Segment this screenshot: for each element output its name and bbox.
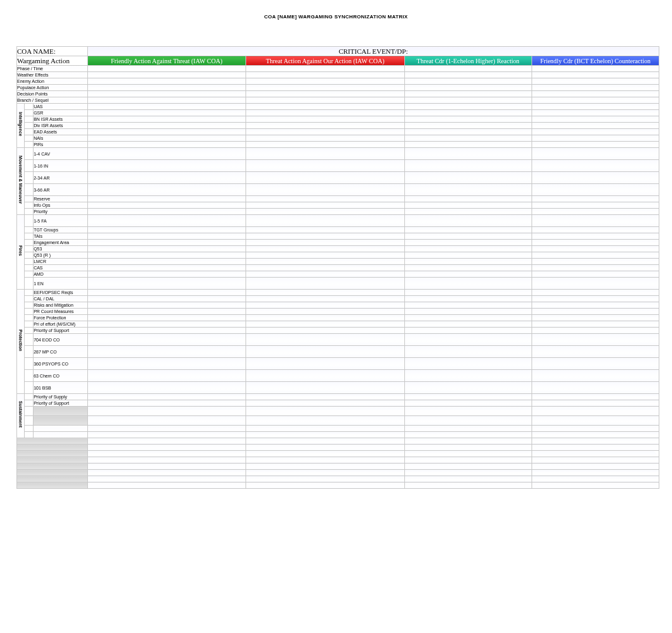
- row-label: Risks and Mitigation: [34, 302, 88, 309]
- data-cell: [246, 227, 404, 233]
- data-cell: [246, 394, 404, 400]
- data-cell: [532, 271, 659, 278]
- data-cell: [246, 271, 404, 278]
- blank: [25, 370, 34, 382]
- section-fires: Fires: [17, 215, 25, 290]
- page: COA [NAME] WARGAMING SYNCHRONIZATION MAT…: [0, 0, 672, 633]
- data-cell: [87, 97, 246, 104]
- data-cell: [246, 172, 404, 184]
- row-label: TGT Groups: [34, 227, 88, 233]
- data-cell: [246, 476, 404, 482]
- data-cell: [87, 142, 246, 148]
- row-label: [17, 438, 88, 445]
- data-cell: [532, 227, 659, 233]
- row-label: PIRs: [34, 142, 88, 148]
- data-cell: [404, 97, 532, 104]
- wargaming-action-label: Wargaming Action: [17, 56, 88, 66]
- data-cell: [404, 407, 532, 416]
- data-cell: [532, 252, 659, 259]
- data-cell: [246, 334, 404, 346]
- blank: [25, 259, 34, 265]
- data-cell: [532, 416, 659, 426]
- row-label: Info Ops: [34, 202, 88, 209]
- row-label: [34, 432, 88, 438]
- data-cell: [246, 209, 404, 215]
- data-cell: [404, 265, 532, 271]
- row-label: Engagement Area: [34, 240, 88, 246]
- row-label: LMCR: [34, 259, 88, 265]
- row-label: 360 PSYOPS CO: [34, 358, 88, 370]
- data-cell: [246, 148, 404, 160]
- data-cell: [404, 215, 532, 227]
- data-cell: [246, 302, 404, 309]
- data-cell: [246, 202, 404, 209]
- data-cell: [246, 78, 404, 85]
- data-cell: [246, 72, 404, 78]
- row-label: TAIs: [34, 233, 88, 240]
- row-label: 704 EOD CO: [34, 334, 88, 346]
- data-cell: [532, 110, 659, 116]
- data-cell: [246, 252, 404, 259]
- data-cell: [532, 240, 659, 246]
- data-cell: [87, 85, 246, 91]
- data-cell: [246, 400, 404, 407]
- data-cell: [87, 215, 246, 227]
- data-cell: [532, 290, 659, 296]
- data-cell: [87, 451, 246, 457]
- data-cell: [87, 296, 246, 302]
- data-cell: [246, 240, 404, 246]
- blank: [25, 172, 34, 184]
- data-cell: [532, 142, 659, 148]
- section-sustainment-label: Sustainment: [18, 401, 23, 427]
- data-cell: [246, 215, 404, 227]
- data-cell: [246, 315, 404, 321]
- blank: [25, 246, 34, 252]
- data-cell: [404, 334, 532, 346]
- row-label: NAIs: [34, 135, 88, 142]
- data-cell: [404, 116, 532, 123]
- blank: [25, 202, 34, 209]
- data-cell: [404, 252, 532, 259]
- section-intelligence: Intelligence: [17, 104, 25, 148]
- data-cell: [87, 233, 246, 240]
- data-cell: [532, 451, 659, 457]
- data-cell: [87, 66, 246, 72]
- data-cell: [87, 334, 246, 346]
- data-cell: [404, 110, 532, 116]
- data-cell: [404, 72, 532, 78]
- data-cell: [532, 172, 659, 184]
- data-cell: [532, 334, 659, 346]
- data-cell: [87, 382, 246, 394]
- data-cell: [404, 309, 532, 315]
- row-label: Q53 (R ): [34, 252, 88, 259]
- row-label: EAD Assets: [34, 129, 88, 135]
- blank: [25, 227, 34, 233]
- data-cell: [404, 302, 532, 309]
- row-label: 1-16 IN: [34, 160, 88, 172]
- critical-event-label: CRITICAL EVENT/DP:: [87, 47, 659, 56]
- data-cell: [246, 265, 404, 271]
- data-cell: [532, 457, 659, 464]
- data-cell: [87, 72, 246, 78]
- data-cell: [246, 432, 404, 438]
- data-cell: [246, 290, 404, 296]
- data-cell: [532, 246, 659, 252]
- data-cell: [404, 464, 532, 470]
- data-cell: [532, 196, 659, 202]
- section-protection: Protection: [17, 290, 25, 394]
- data-cell: [532, 202, 659, 209]
- blank: [25, 394, 34, 400]
- data-cell: [404, 278, 532, 290]
- row-label: 287 MP CO: [34, 346, 88, 358]
- data-cell: [246, 451, 404, 457]
- row-label: 3-66 AR: [34, 184, 88, 196]
- data-cell: [246, 259, 404, 265]
- data-cell: [532, 72, 659, 78]
- data-cell: [404, 426, 532, 432]
- row-label: Priority: [34, 209, 88, 215]
- data-cell: [404, 196, 532, 202]
- data-cell: [404, 246, 532, 252]
- data-cell: [404, 321, 532, 328]
- data-cell: [404, 358, 532, 370]
- data-cell: [404, 432, 532, 438]
